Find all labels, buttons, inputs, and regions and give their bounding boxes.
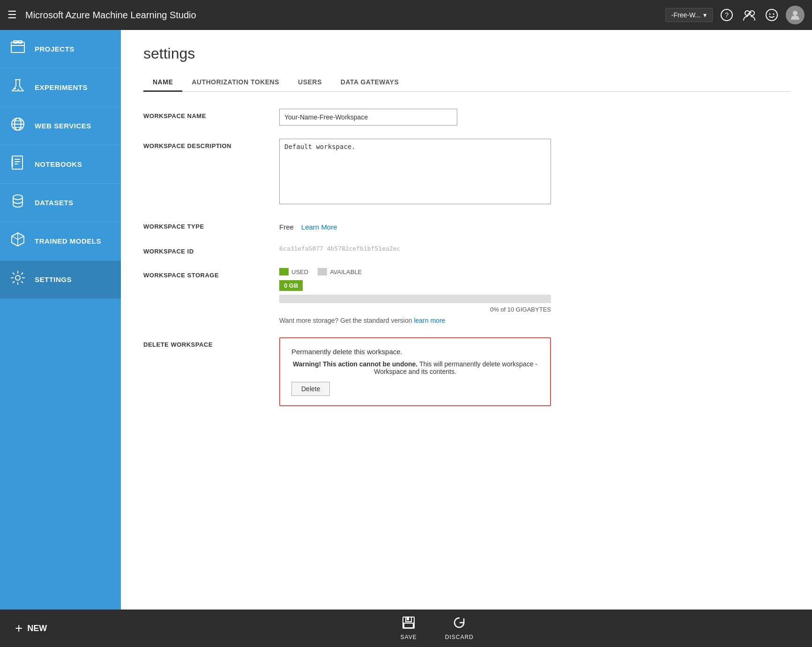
- workspace-selector[interactable]: -Free-W... ▾: [665, 8, 713, 22]
- workspace-type-control: Free Learn More: [279, 219, 617, 231]
- sidebar-item-settings[interactable]: SETTINGS: [0, 260, 121, 299]
- workspace-name-control: [279, 109, 617, 126]
- used-label: USED: [291, 268, 308, 275]
- learn-more-link[interactable]: Learn More: [301, 223, 337, 231]
- new-label: NEW: [27, 624, 47, 633]
- content-inner: settings NAME AUTHORIZATION TOKENS USERS…: [121, 30, 812, 610]
- tab-users[interactable]: USERS: [289, 74, 331, 92]
- projects-icon: [9, 39, 26, 59]
- app-title: Microsoft Azure Machine Learning Studio: [25, 10, 665, 21]
- workspace-storage-row: WORKSPACE STORAGE USED AVAILABLE 0 GB: [143, 268, 790, 324]
- workspace-id-row: WORKSPACE ID 6ca31efa5077 4b5782cefb1bf5…: [143, 244, 790, 255]
- svg-point-4: [766, 9, 777, 21]
- content-area: settings NAME AUTHORIZATION TOKENS USERS…: [121, 30, 812, 610]
- storage-badge: 0 GB: [279, 280, 303, 291]
- new-button[interactable]: + NEW: [0, 610, 62, 647]
- workspace-description-label: WORKSPACE DESCRIPTION: [143, 139, 279, 149]
- storage-legend: USED AVAILABLE: [279, 268, 617, 275]
- svg-rect-8: [11, 42, 24, 52]
- bottombar-center: SAVE DISCARD: [62, 616, 812, 640]
- svg-rect-28: [404, 623, 413, 628]
- svg-point-5: [769, 14, 771, 15]
- available-legend: AVAILABLE: [318, 268, 362, 275]
- workspace-id-control: 6ca31efa5077 4b5782cefb1bf51ea2ec: [279, 244, 617, 253]
- svg-rect-23: [11, 157, 13, 167]
- svg-text:?: ?: [725, 11, 729, 19]
- main-layout: PROJECTS EXPERIMENTS: [0, 30, 812, 610]
- workspace-name-row: WORKSPACE NAME: [143, 109, 790, 126]
- svg-point-25: [15, 275, 20, 280]
- sidebar-item-datasets[interactable]: DATASETS: [0, 184, 121, 222]
- sidebar-item-projects[interactable]: PROJECTS: [0, 30, 121, 68]
- delete-button[interactable]: Delete: [291, 382, 330, 396]
- workspace-label: -Free-W...: [671, 11, 700, 19]
- web-services-label: WEB SERVICES: [35, 122, 91, 130]
- svg-rect-29: [407, 617, 409, 620]
- delete-workspace-label: DELETE WORKSPACE: [143, 337, 279, 348]
- delete-box-title: Permanently delete this workspace.: [291, 348, 539, 356]
- workspace-name-input[interactable]: [279, 109, 457, 126]
- notebooks-icon: [9, 155, 26, 174]
- save-icon: [402, 616, 415, 632]
- delete-box-warning: Warning! This action cannot be undone. T…: [291, 360, 539, 375]
- discard-button[interactable]: DISCARD: [445, 616, 474, 640]
- workspace-description-textarea[interactable]: [279, 139, 551, 204]
- workspace-storage-control: USED AVAILABLE 0 GB 0% of 10 GIGABYTES W…: [279, 268, 617, 324]
- tab-authorization-tokens[interactable]: AUTHORIZATION TOKENS: [182, 74, 289, 92]
- used-legend: USED: [279, 268, 308, 275]
- delete-workspace-row: DELETE WORKSPACE Permanently delete this…: [143, 337, 790, 406]
- svg-point-6: [773, 14, 775, 15]
- workspace-type-row: WORKSPACE TYPE Free Learn More: [143, 219, 790, 231]
- storage-bar: [279, 295, 551, 303]
- menu-icon[interactable]: ☰: [7, 9, 17, 21]
- help-button[interactable]: ?: [718, 7, 735, 23]
- storage-percent-text: 0% of 10 GIGABYTES: [279, 306, 551, 313]
- available-legend-box: [318, 268, 327, 275]
- topbar: ☰ Microsoft Azure Machine Learning Studi…: [0, 0, 812, 30]
- discard-icon: [453, 616, 466, 632]
- tab-data-gateways[interactable]: DATA GATEWAYS: [331, 74, 408, 92]
- svg-point-12: [14, 88, 16, 89]
- feedback-icon[interactable]: [763, 7, 780, 23]
- projects-label: PROJECTS: [35, 45, 74, 53]
- bottombar: + NEW SAVE DISCARD: [0, 610, 812, 647]
- tab-name[interactable]: NAME: [143, 74, 182, 92]
- sidebar-item-web-services[interactable]: WEB SERVICES: [0, 107, 121, 145]
- topbar-right: -Free-W... ▾ ?: [665, 6, 805, 24]
- sidebar-item-experiments[interactable]: EXPERIMENTS: [0, 68, 121, 107]
- experiments-icon: [9, 78, 26, 97]
- svg-point-24: [13, 195, 22, 200]
- avatar[interactable]: [786, 6, 805, 24]
- svg-point-13: [18, 89, 19, 90]
- workspace-id-value: 6ca31efa5077 4b5782cefb1bf51ea2ec: [279, 241, 400, 252]
- datasets-icon: [9, 193, 26, 212]
- storage-learn-more-link[interactable]: learn more: [414, 317, 445, 324]
- trained-models-label: TRAINED MODELS: [35, 237, 101, 245]
- notebooks-label: NOTEBOOKS: [35, 160, 82, 168]
- workspace-name-label: WORKSPACE NAME: [143, 109, 279, 119]
- experiments-label: EXPERIMENTS: [35, 83, 88, 91]
- page-title: settings: [143, 45, 790, 62]
- tabs: NAME AUTHORIZATION TOKENS USERS DATA GAT…: [143, 74, 790, 92]
- settings-icon: [9, 270, 26, 289]
- save-label: SAVE: [401, 634, 417, 640]
- workspace-description-control: [279, 139, 617, 206]
- workspace-description-row: WORKSPACE DESCRIPTION: [143, 139, 790, 206]
- workspace-type-label: WORKSPACE TYPE: [143, 219, 279, 230]
- sidebar-item-trained-models[interactable]: TRAINED MODELS: [0, 222, 121, 260]
- datasets-label: DATASETS: [35, 199, 74, 207]
- sidebar-item-notebooks[interactable]: NOTEBOOKS: [0, 145, 121, 184]
- users-icon[interactable]: [741, 7, 758, 23]
- available-label: AVAILABLE: [330, 268, 362, 275]
- settings-label: SETTINGS: [35, 275, 72, 283]
- sidebar: PROJECTS EXPERIMENTS: [0, 30, 121, 610]
- svg-point-7: [793, 11, 797, 15]
- trained-models-icon: [9, 231, 26, 251]
- dropdown-icon: ▾: [703, 11, 707, 19]
- storage-more-text: Want more storage? Get the standard vers…: [279, 317, 617, 324]
- workspace-storage-label: WORKSPACE STORAGE: [143, 268, 279, 279]
- used-legend-box: [279, 268, 289, 275]
- workspace-type-value: Free: [279, 223, 294, 231]
- discard-label: DISCARD: [445, 634, 474, 640]
- save-button[interactable]: SAVE: [401, 616, 417, 640]
